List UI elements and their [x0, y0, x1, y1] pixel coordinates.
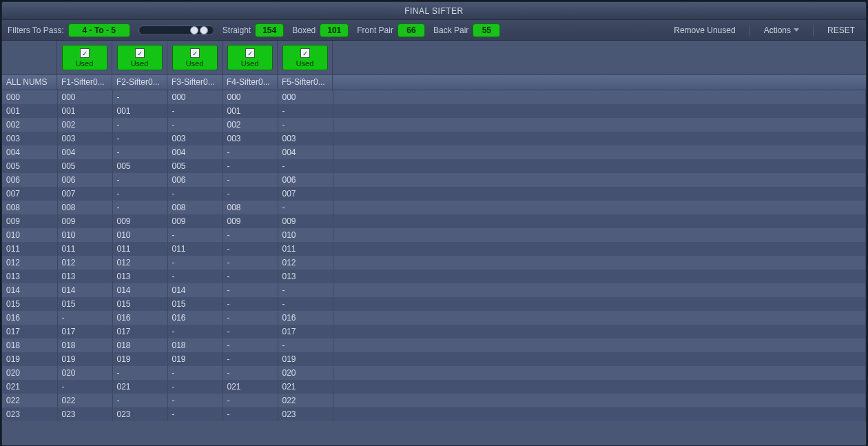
- used-toggle[interactable]: ✓Used: [227, 45, 273, 70]
- table-row[interactable]: 010010010--010: [2, 228, 866, 242]
- cell-allnums: 011: [2, 242, 57, 256]
- cell-filter: -: [167, 104, 223, 118]
- checkbox-icon: ✓: [190, 48, 200, 58]
- cell-filter: 009: [112, 214, 167, 228]
- table-row[interactable]: 003003-003003003: [2, 132, 866, 145]
- cell-empty: [333, 132, 866, 145]
- range-slider-thumb-low[interactable]: [190, 26, 198, 34]
- used-toggle[interactable]: ✓Used: [62, 45, 107, 70]
- actions-dropdown[interactable]: Actions: [758, 24, 805, 37]
- cell-filter: 012: [112, 256, 167, 270]
- used-toggle[interactable]: ✓Used: [117, 45, 163, 70]
- reset-button[interactable]: RESET: [822, 24, 860, 37]
- cell-allnums: 019: [2, 352, 57, 366]
- cell-filter: -: [167, 325, 223, 338]
- column-header-allnums[interactable]: ALL NUMS: [2, 75, 57, 90]
- table-row[interactable]: 022022---022: [2, 394, 866, 407]
- cell-filter: 002: [223, 118, 278, 132]
- table-row[interactable]: 018018018018--: [2, 338, 866, 352]
- cell-allnums: 017: [2, 325, 57, 338]
- table-row[interactable]: 016-016016-016: [2, 311, 866, 325]
- front-pair-label: Front Pair: [357, 26, 393, 35]
- cell-filter: 014: [112, 283, 167, 297]
- table-row[interactable]: 000000-000000000: [2, 90, 866, 104]
- cell-empty: [333, 407, 866, 421]
- table-row[interactable]: 013013013--013: [2, 270, 866, 283]
- table-row[interactable]: 012012012--012: [2, 256, 866, 270]
- cell-filter: -: [112, 132, 167, 145]
- cell-allnums: 020: [2, 366, 57, 380]
- used-toggle[interactable]: ✓Used: [172, 45, 218, 70]
- table-row[interactable]: 001001001-001-: [2, 104, 866, 118]
- table-row[interactable]: 021-021-021021: [2, 380, 866, 394]
- cell-filter: 013: [278, 270, 333, 283]
- cell-filter: 004: [57, 145, 112, 159]
- remove-unused-button[interactable]: Remove Unused: [668, 24, 741, 37]
- column-header-filter[interactable]: F1-Sifter0...: [57, 75, 112, 90]
- cell-allnums: 012: [2, 256, 57, 270]
- table-row[interactable]: 007007---007: [2, 187, 866, 201]
- filters-to-pass-value[interactable]: 4 - To - 5: [68, 23, 130, 37]
- range-slider-thumb-high[interactable]: [200, 26, 208, 34]
- panel-title: FINAL SIFTER: [2, 2, 866, 20]
- column-header-filter[interactable]: F2-Sifter0...: [112, 75, 167, 90]
- table-row[interactable]: 006006-006-006: [2, 173, 866, 187]
- cell-filter: -: [278, 118, 333, 132]
- cell-filter: 020: [278, 366, 333, 380]
- cell-filter: 006: [278, 173, 333, 187]
- cell-allnums: 018: [2, 338, 57, 352]
- cell-empty: [333, 104, 866, 118]
- cell-filter: -: [112, 201, 167, 214]
- data-scroll-area[interactable]: 000000-000000000001001001-001-002002--00…: [2, 90, 866, 445]
- table-row[interactable]: 014014014014--: [2, 283, 866, 297]
- cell-filter: 000: [167, 90, 223, 104]
- cell-filter: 015: [167, 297, 223, 311]
- table-row[interactable]: 002002--002-: [2, 118, 866, 132]
- cell-filter: 005: [167, 159, 223, 173]
- table-row[interactable]: 020020---020: [2, 366, 866, 380]
- cell-allnums: 000: [2, 90, 57, 104]
- cell-filter: 019: [57, 352, 112, 366]
- cell-filter: -: [167, 118, 223, 132]
- cell-filter: -: [167, 256, 223, 270]
- range-slider[interactable]: [138, 26, 214, 35]
- table-row[interactable]: 005005005005--: [2, 159, 866, 173]
- used-header-row: ✓Used✓Used✓Used✓Used✓Used: [2, 41, 866, 75]
- cell-empty: [333, 338, 866, 352]
- cell-allnums: 014: [2, 283, 57, 297]
- column-header-filter[interactable]: F5-Sifter0...: [278, 75, 333, 90]
- cell-filter: 006: [57, 173, 112, 187]
- cell-empty: [333, 187, 866, 201]
- boxed-label: Boxed: [292, 26, 316, 35]
- toolbar-separator: [750, 25, 750, 36]
- cell-filter: 019: [112, 352, 167, 366]
- used-toggle[interactable]: ✓Used: [282, 45, 328, 70]
- column-header-filter[interactable]: F4-Sifter0...: [223, 75, 278, 90]
- table-row[interactable]: 017017017--017: [2, 325, 866, 338]
- cell-allnums: 016: [2, 311, 57, 325]
- cell-filter: 019: [167, 352, 223, 366]
- cell-filter: -: [167, 187, 223, 201]
- table-row[interactable]: 023023023--023: [2, 407, 866, 421]
- cell-filter: 009: [57, 214, 112, 228]
- table-row[interactable]: 008008-008008-: [2, 201, 866, 214]
- table-row[interactable]: 004004-004-004: [2, 145, 866, 159]
- cell-filter: 002: [57, 118, 112, 132]
- cell-filter: 011: [278, 242, 333, 256]
- cell-empty: [333, 201, 866, 214]
- table-row[interactable]: 019019019019-019: [2, 352, 866, 366]
- column-header-filter[interactable]: F3-Sifter0...: [167, 75, 223, 90]
- table-row[interactable]: 009009009009009009: [2, 214, 866, 228]
- table-row[interactable]: 015015015015--: [2, 297, 866, 311]
- cell-filter: 008: [57, 201, 112, 214]
- cell-filter: -: [223, 228, 278, 242]
- cell-filter: 001: [57, 104, 112, 118]
- cell-filter: -: [167, 380, 223, 394]
- cell-filter: -: [167, 407, 223, 421]
- cell-filter: 008: [167, 201, 223, 214]
- cell-filter: 005: [57, 159, 112, 173]
- used-header-cell: ✓Used: [278, 41, 333, 74]
- cell-allnums: 008: [2, 201, 57, 214]
- table-row[interactable]: 011011011011-011: [2, 242, 866, 256]
- cell-allnums: 013: [2, 270, 57, 283]
